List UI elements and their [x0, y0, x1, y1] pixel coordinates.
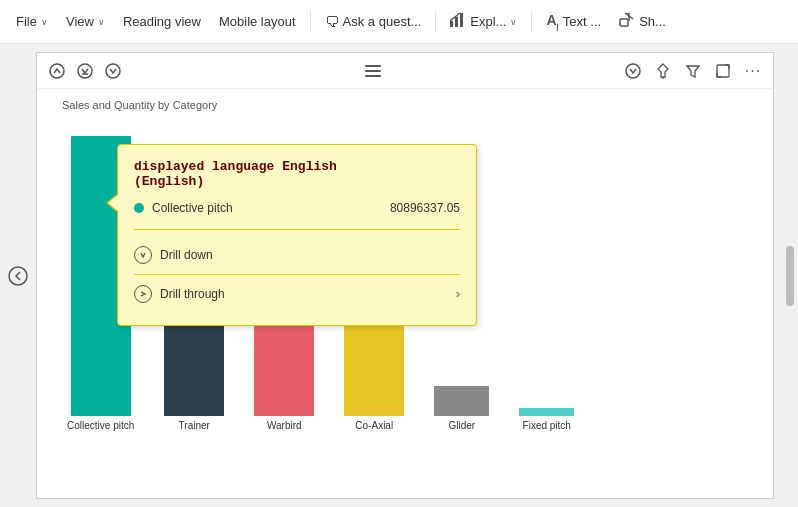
menu-explore[interactable]: Expl... ∨ [442, 9, 525, 34]
down-circle-icon [105, 63, 121, 79]
menu-bar: File ∨ View ∨ Reading view Mobile layout… [0, 0, 798, 44]
menu-explore-label: Expl... [470, 14, 506, 29]
text-format-icon: A| [546, 12, 558, 31]
svg-marker-12 [687, 66, 699, 77]
menu-view-label: View [66, 14, 94, 29]
chart-panel: ··· Sales and Quantity by Category displ… [36, 52, 774, 499]
focus-mode-button[interactable] [711, 59, 735, 83]
up-circle-icon [49, 63, 65, 79]
svg-rect-2 [460, 13, 463, 27]
chart-toolbar-right: ··· [621, 59, 765, 83]
bar-fixed-pitch [519, 408, 574, 416]
back-button[interactable] [0, 44, 36, 507]
menu-mobile-layout[interactable]: Mobile layout [211, 10, 304, 33]
drill-down-action-icon [134, 246, 152, 264]
expand-levels-button[interactable] [73, 59, 97, 83]
tooltip-divider-2 [134, 274, 460, 275]
bar-label-co-axial: Co-Axial [355, 420, 393, 431]
menu-file[interactable]: File ∨ [8, 10, 56, 33]
down-arrow-icon [138, 250, 148, 260]
chart-toolbar: ··· [37, 53, 773, 89]
tooltip-title: displayed language English (English) [134, 159, 460, 189]
bar-label-fixed-pitch: Fixed pitch [523, 420, 571, 431]
ask-question-icon: 🗨 [325, 14, 339, 30]
more-options-button[interactable]: ··· [741, 59, 765, 83]
svg-point-9 [106, 64, 120, 78]
svg-point-10 [626, 64, 640, 78]
hamburger-menu[interactable] [365, 65, 381, 77]
expand-icon [716, 64, 730, 78]
svg-rect-0 [450, 21, 453, 27]
share-icon [619, 13, 635, 30]
main-content: ··· Sales and Quantity by Category displ… [0, 44, 798, 507]
menu-reading-view-label: Reading view [123, 14, 201, 29]
right-scroll-area [782, 44, 798, 507]
bar-label-collective-pitch: Collective pitch [67, 420, 134, 431]
tooltip-title-line2: (English) [134, 174, 204, 189]
pin-icon [656, 63, 670, 79]
bar-label-warbird: Warbird [267, 420, 302, 431]
hamburger-line-2 [365, 70, 381, 72]
tooltip-divider-1 [134, 229, 460, 230]
menu-view[interactable]: View ∨ [58, 10, 113, 33]
tooltip-dot [134, 203, 144, 213]
pin-button[interactable] [651, 59, 675, 83]
drill-through-label: Drill through [160, 287, 225, 301]
tooltip-data-row: Collective pitch 80896337.05 [134, 201, 460, 215]
menu-view-chevron: ∨ [98, 17, 105, 27]
download-icon-button[interactable] [621, 59, 645, 83]
right-arrow-icon [138, 289, 148, 299]
menu-explore-chevron: ∨ [510, 17, 517, 27]
bar-glider [434, 386, 489, 416]
menu-mobile-layout-label: Mobile layout [219, 14, 296, 29]
drill-down-label: Drill down [160, 248, 213, 262]
explore-icon [450, 13, 466, 30]
menu-file-chevron: ∨ [41, 17, 48, 27]
tooltip-title-line1: displayed language English [134, 159, 337, 174]
drill-through-action[interactable]: Drill through › [134, 277, 460, 311]
chart-title: Sales and Quantity by Category [62, 99, 753, 111]
back-arrow-icon [8, 266, 28, 286]
menu-file-label: File [16, 14, 37, 29]
menu-reading-view[interactable]: Reading view [115, 10, 209, 33]
menu-ask-question-label: Ask a quest... [343, 14, 422, 29]
drill-through-action-icon [134, 285, 152, 303]
drill-through-chevron-icon: › [456, 287, 460, 301]
chart-toolbar-left [45, 59, 125, 83]
bar-group-co-axial[interactable]: Co-Axial [344, 326, 404, 431]
tooltip-arrow [108, 195, 118, 211]
filter-icon [686, 64, 700, 78]
menu-divider-1 [310, 12, 311, 32]
menu-share[interactable]: Sh... [611, 9, 674, 34]
drill-up-button[interactable] [45, 59, 69, 83]
bar-group-fixed-pitch[interactable]: Fixed pitch [519, 408, 574, 431]
tooltip: displayed language English (English) Col… [117, 144, 477, 326]
bar-co-axial [344, 326, 404, 416]
menu-divider-3 [531, 12, 532, 32]
tooltip-data-label: Collective pitch [152, 201, 382, 215]
bar-group-glider[interactable]: Glider [434, 386, 489, 431]
drill-down-action[interactable]: Drill down [134, 238, 460, 272]
tooltip-data-value: 80896337.05 [390, 201, 460, 215]
menu-share-label: Sh... [639, 14, 666, 29]
menu-text[interactable]: A| Text ... [538, 8, 609, 35]
svg-point-5 [9, 267, 27, 285]
menu-divider-2 [435, 12, 436, 32]
hamburger-line-3 [365, 75, 381, 77]
svg-point-7 [78, 64, 92, 78]
scroll-indicator[interactable] [786, 246, 794, 306]
menu-ask-question[interactable]: 🗨 Ask a quest... [317, 10, 430, 34]
svg-rect-1 [455, 17, 458, 27]
svg-rect-13 [717, 65, 729, 77]
chart-area: Sales and Quantity by Category displayed… [37, 89, 773, 482]
download-icon [625, 63, 641, 79]
bar-label-glider: Glider [448, 420, 475, 431]
filter-button[interactable] [681, 59, 705, 83]
drill-down-button[interactable] [101, 59, 125, 83]
svg-rect-3 [620, 19, 628, 26]
svg-point-6 [50, 64, 64, 78]
hamburger-line-1 [365, 65, 381, 67]
menu-text-label: Text ... [563, 14, 601, 29]
bar-label-trainer: Trainer [179, 420, 210, 431]
expand-levels-icon [77, 63, 93, 79]
